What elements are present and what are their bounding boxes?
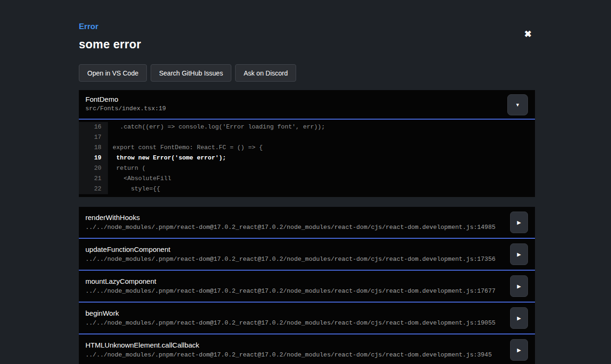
code-line: 17: [79, 132, 535, 143]
code-line-number: 16: [79, 122, 108, 132]
error-overlay: { "colors": { "page_bg": "#1e2227", "pan…: [0, 0, 611, 364]
code-line-number: 20: [79, 163, 108, 174]
stack-frame-function: HTMLUnknownElement.callCallback: [85, 341, 535, 349]
code-line: 18 export const FontDemo: React.FC = () …: [79, 143, 535, 153]
code-line-number: 22: [79, 184, 108, 194]
action-button-label: Open in VS Code: [87, 69, 138, 77]
stack-frame-function: renderWithHooks: [85, 213, 535, 221]
error-message-title: some error: [79, 38, 535, 51]
open-frame-button[interactable]: ▶: [510, 212, 528, 233]
action-button-row: Open in VS Code Search GitHub Issues Ask…: [79, 64, 535, 82]
open-frame-button[interactable]: ▶: [510, 275, 528, 297]
code-line-number: 19: [79, 153, 108, 163]
stack-frame-item: updateFunctionComponent ../../node_modul…: [79, 239, 535, 271]
stack-frame-source: ../../node_modules/.pnpm/react-dom@17.0.…: [85, 319, 535, 326]
action-button[interactable]: Search GitHub Issues: [151, 64, 231, 82]
stack-frame-source: ../../node_modules/.pnpm/react-dom@17.0.…: [85, 224, 535, 231]
play-icon: ▶: [517, 315, 521, 321]
play-icon: ▶: [517, 220, 521, 226]
stack-frame-source: ../../node_modules/.pnpm/react-dom@17.0.…: [85, 256, 535, 263]
stack-frame-function: beginWork: [85, 309, 535, 317]
action-button[interactable]: Open in VS Code: [79, 64, 147, 82]
code-line-text: export const FontDemo: React.FC = () => …: [108, 143, 263, 153]
stack-frame-source: ../../node_modules/.pnpm/react-dom@17.0.…: [85, 288, 535, 295]
code-line-text: throw new Error('some error');: [108, 153, 226, 163]
action-button-label: Search GitHub Issues: [159, 69, 223, 77]
stack-trace-list: renderWithHooks ../../node_modules/.pnpm…: [79, 207, 535, 364]
stack-frame-item: HTMLUnknownElement.callCallback ../../no…: [79, 334, 535, 364]
code-frame-file-location: src/Fonts/index.tsx:19: [85, 105, 535, 112]
play-icon: ▶: [517, 347, 521, 353]
action-button[interactable]: Ask on Discord: [235, 64, 296, 82]
error-overlay-content: Error some error Open in VS Code Search …: [79, 0, 535, 364]
code-line-number: 21: [79, 174, 108, 184]
stack-frame-item: renderWithHooks ../../node_modules/.pnpm…: [79, 207, 535, 239]
code-line-number: 17: [79, 132, 108, 143]
stack-frame-function: mountLazyComponent: [85, 277, 535, 285]
code-lines: 16 .catch((err) => console.log('Error lo…: [79, 120, 535, 197]
stack-frame-item: beginWork ../../node_modules/.pnpm/react…: [79, 303, 535, 334]
code-line-text: style={{: [108, 184, 160, 194]
code-line: 19 throw new Error('some error');: [79, 153, 535, 163]
code-frame-panel: FontDemo src/Fonts/index.tsx:19 ▼ 16 .ca…: [79, 90, 535, 197]
code-line: 22 style={{: [79, 184, 535, 194]
open-frame-button[interactable]: ▶: [510, 243, 528, 265]
code-line: 16 .catch((err) => console.log('Error lo…: [79, 122, 535, 132]
open-frame-button[interactable]: ▶: [510, 339, 528, 361]
play-icon: ▶: [517, 283, 521, 289]
collapse-code-button[interactable]: ▼: [507, 94, 528, 115]
stack-frame-source: ../../node_modules/.pnpm/react-dom@17.0.…: [85, 351, 535, 358]
code-line-text: .catch((err) => console.log('Error loadi…: [108, 122, 325, 132]
action-button-label: Ask on Discord: [244, 69, 288, 77]
open-frame-button[interactable]: ▶: [510, 307, 528, 329]
code-line-text: return (: [108, 163, 145, 174]
chevron-down-icon: ▼: [515, 102, 520, 107]
error-type-label: Error: [79, 22, 535, 31]
code-line: 21 <AbsoluteFill: [79, 174, 535, 184]
play-icon: ▶: [517, 251, 521, 258]
code-frame-function-name: FontDemo: [85, 95, 535, 103]
stack-frame-item: mountLazyComponent ../../node_modules/.p…: [79, 271, 535, 303]
code-line-number: 18: [79, 143, 108, 153]
code-frame-header: FontDemo src/Fonts/index.tsx:19 ▼: [79, 90, 535, 120]
code-line: 20 return (: [79, 163, 535, 174]
code-line-text: <AbsoluteFill: [108, 174, 171, 184]
stack-frame-function: updateFunctionComponent: [85, 245, 535, 253]
code-line-text: [108, 132, 113, 143]
